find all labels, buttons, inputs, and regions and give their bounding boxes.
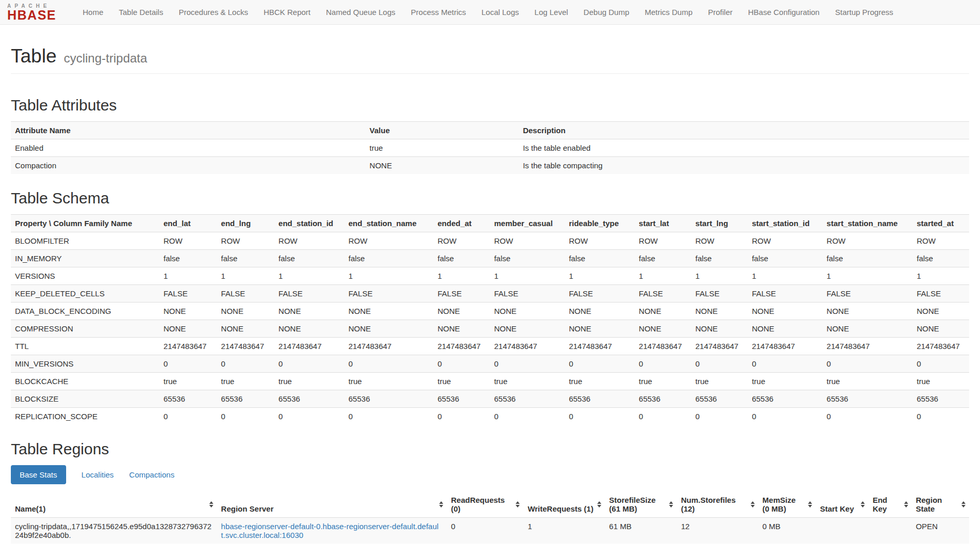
schema-row-blocksize: BLOCKSIZE6553665536655366553665536655366… [11, 390, 969, 408]
schema-property-name: MIN_VERSIONS [11, 355, 160, 373]
schema-value-cell: 1 [822, 267, 912, 285]
sort-arrows-icon[interactable] [516, 501, 520, 507]
schema-value-cell: NONE [912, 320, 969, 338]
schema-value-cell: 1 [274, 267, 344, 285]
schema-value-cell: 1 [217, 267, 274, 285]
nav-item-metrics-dump[interactable]: Metrics Dump [637, 0, 701, 25]
hbase-logo[interactable]: APACHE HBASE [5, 2, 58, 23]
nav-item-log-level[interactable]: Log Level [527, 0, 576, 25]
attribute-cell: Is the table enabled [519, 139, 969, 157]
schema-value-cell: ROW [490, 232, 565, 250]
schema-value-cell: 1 [912, 267, 969, 285]
sort-arrows-icon[interactable] [751, 501, 755, 507]
schema-row-compression: COMPRESSIONNONENONENONENONENONENONENONEN… [11, 320, 969, 338]
regions-col-region-server[interactable]: Region Server [217, 491, 447, 518]
schema-value-cell: 65536 [691, 390, 748, 408]
nav-item-procedures-locks[interactable]: Procedures & Locks [171, 0, 256, 25]
attribute-cell: Is the table compacting [519, 157, 969, 174]
schema-family-start-lat: start_lat [635, 215, 691, 232]
regions-col-region-state[interactable]: Region State [912, 491, 969, 518]
schema-family-end-station-name: end_station_name [345, 215, 434, 232]
schema-value-cell: 0 [274, 408, 344, 425]
regions-col-label: Start Key [820, 504, 854, 513]
nav-item-hbase-configuration[interactable]: HBase Configuration [740, 0, 827, 25]
schema-value-cell: false [565, 250, 634, 267]
top-navbar: APACHE HBASE HomeTable DetailsProcedures… [0, 0, 980, 25]
schema-value-cell: 0 [635, 355, 691, 373]
schema-value-cell: FALSE [274, 285, 344, 303]
schema-value-cell: true [748, 373, 822, 390]
regions-col-num-storefiles-12[interactable]: Num.Storefiles (12) [677, 491, 758, 518]
schema-value-cell: ROW [635, 232, 691, 250]
schema-value-cell: 1 [345, 267, 434, 285]
sort-arrows-icon[interactable] [904, 501, 908, 507]
sort-arrows-icon[interactable] [597, 501, 601, 507]
regions-col-writerequests-1[interactable]: WriteRequests (1) [523, 491, 605, 518]
schema-value-cell: FALSE [691, 285, 748, 303]
regions-col-memsize-0-mb[interactable]: MemSize (0 MB) [758, 491, 816, 518]
sort-arrows-icon[interactable] [861, 501, 865, 507]
nav-item-debug-dump[interactable]: Debug Dump [576, 0, 637, 25]
regions-tab-base-stats[interactable]: Base Stats [11, 465, 66, 484]
schema-value-cell: false [912, 250, 969, 267]
schema-value-cell: ROW [433, 232, 490, 250]
schema-value-cell: true [160, 373, 217, 390]
schema-value-cell: 65536 [912, 390, 969, 408]
schema-value-cell: false [490, 250, 565, 267]
schema-value-cell: ROW [345, 232, 434, 250]
regions-col-start-key[interactable]: Start Key [816, 491, 868, 518]
schema-value-cell: 0 [274, 355, 344, 373]
nav-item-local-logs[interactable]: Local Logs [474, 0, 527, 25]
schema-value-cell: NONE [490, 303, 565, 320]
nav-item-profiler[interactable]: Profiler [701, 0, 741, 25]
region-name-cell: cycling-tripdata,,1719475156245.e95d0a13… [11, 518, 217, 544]
nav-item-home[interactable]: Home [75, 0, 111, 25]
sort-arrows-icon[interactable] [439, 501, 443, 507]
schema-value-cell: 0 [345, 355, 434, 373]
schema-value-cell: 1 [565, 267, 634, 285]
sort-arrows-icon[interactable] [961, 501, 966, 507]
schema-value-cell: 0 [822, 408, 912, 425]
schema-row-replication-scope: REPLICATION_SCOPE000000000000 [11, 408, 969, 425]
schema-value-cell: NONE [565, 320, 634, 338]
regions-tab-localities[interactable]: Localities [82, 470, 114, 479]
nav-item-process-metrics[interactable]: Process Metrics [403, 0, 474, 25]
attribute-cell: Compaction [11, 157, 365, 174]
schema-value-cell: NONE [345, 303, 434, 320]
schema-value-cell: 2147483647 [691, 338, 748, 355]
nav-item-startup-progress[interactable]: Startup Progress [827, 0, 901, 25]
schema-value-cell: FALSE [345, 285, 434, 303]
schema-value-cell: 65536 [217, 390, 274, 408]
schema-value-cell: false [433, 250, 490, 267]
sort-arrows-icon[interactable] [669, 501, 673, 507]
regions-tab-compactions[interactable]: Compactions [129, 470, 175, 479]
nav-item-hbck-report[interactable]: HBCK Report [256, 0, 318, 25]
region-server-link[interactable]: hbase-regionserver-default-0.hbase-regio… [221, 522, 439, 539]
schema-value-cell: true [565, 373, 634, 390]
regions-col-label: Name(1) [15, 504, 45, 513]
sort-arrows-icon[interactable] [808, 501, 812, 507]
schema-value-cell: NONE [912, 303, 969, 320]
nav-item-table-details[interactable]: Table Details [111, 0, 171, 25]
schema-heading: Table Schema [11, 189, 969, 207]
schema-value-cell: NONE [635, 303, 691, 320]
attributes-col-attribute-name: Attribute Name [11, 122, 365, 139]
schema-family-start-station-name: start_station_name [822, 215, 912, 232]
schema-value-cell: 65536 [345, 390, 434, 408]
regions-col-readrequests-0[interactable]: ReadRequests (0) [447, 491, 523, 518]
schema-value-cell: false [274, 250, 344, 267]
schema-value-cell: FALSE [160, 285, 217, 303]
schema-value-cell: 0 [217, 355, 274, 373]
schema-row-keep-deleted-cells: KEEP_DELETED_CELLSFALSEFALSEFALSEFALSEFA… [11, 285, 969, 303]
attribute-cell: true [365, 139, 519, 157]
sort-arrows-icon[interactable] [209, 501, 213, 507]
regions-col-storefilesize-61-mb[interactable]: StorefileSize (61 MB) [605, 491, 677, 518]
schema-row-versions: VERSIONS111111111111 [11, 267, 969, 285]
num-storefiles-cell: 12 [677, 518, 758, 544]
schema-value-cell: FALSE [748, 285, 822, 303]
regions-col-end-key[interactable]: End Key [868, 491, 911, 518]
nav-item-named-queue-logs[interactable]: Named Queue Logs [318, 0, 403, 25]
regions-col-label: MemSize (0 MB) [763, 496, 796, 513]
regions-col-label: Region Server [221, 504, 274, 513]
regions-col-name-1[interactable]: Name(1) [11, 491, 217, 518]
